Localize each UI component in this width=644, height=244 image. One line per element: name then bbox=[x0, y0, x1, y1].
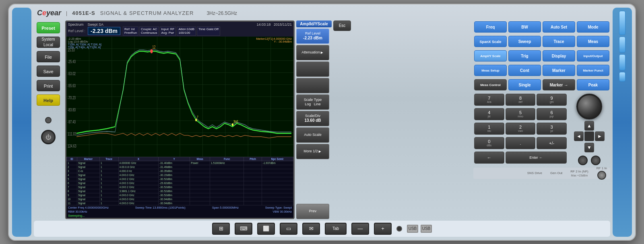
svg-text:7: 7 bbox=[197, 115, 198, 119]
screen-row2-footer: RBW 30.00kHz VBW 30.00kHz bbox=[66, 210, 293, 213]
knob-left[interactable] bbox=[578, 156, 588, 165]
softkey-panel: AmplId/YScale Ref Level -2.23 dBm Attenu… bbox=[296, 21, 332, 219]
key-plusminus[interactable]: +/- bbox=[537, 137, 567, 149]
table-row: 2Signal14.00.0.8 GHz-31.49dBm bbox=[67, 165, 293, 169]
taskbar-tab[interactable]: Tab bbox=[325, 223, 347, 235]
right-handle-strip2 bbox=[619, 37, 625, 53]
markerfunct-button[interactable]: Marker Funct bbox=[577, 65, 609, 76]
datetime-label: 14:03:18 2015/11/21 bbox=[256, 23, 292, 27]
svg-point-31 bbox=[232, 123, 233, 126]
center-freq-label: Center Freq 4.000000000GHz bbox=[68, 206, 109, 209]
taskbar-plus[interactable]: + bbox=[374, 223, 392, 235]
taskbar-screen[interactable]: ⬜ bbox=[257, 223, 275, 235]
save-button[interactable]: Save bbox=[37, 66, 60, 77]
peak-button[interactable]: Peak bbox=[577, 79, 609, 90]
sweep-button[interactable]: Sweep bbox=[508, 36, 541, 47]
svg-text:124.63: 124.63 bbox=[68, 143, 76, 148]
softkey-scale-div[interactable]: Scale/Div 13.60 dB bbox=[296, 111, 329, 126]
arrow-right[interactable]: ► bbox=[595, 131, 605, 141]
key-backspace[interactable]: ← bbox=[474, 152, 504, 164]
keypad-area: 7A/a 8def 9ghi 4jkl 5mno 6pqr 1stu 2vwx … bbox=[473, 93, 610, 166]
taskbar-windows[interactable]: ⊞ bbox=[212, 223, 230, 235]
marker-button[interactable]: Marker bbox=[543, 65, 575, 76]
func-buttons-row1: Freq BW Auto Set Mode bbox=[473, 21, 610, 33]
key-9[interactable]: 9ghi bbox=[537, 94, 567, 106]
right-handle bbox=[613, 8, 632, 237]
key-1[interactable]: 1stu bbox=[474, 123, 504, 135]
key-3[interactable]: 3yz bbox=[537, 123, 567, 135]
prev-button[interactable]: Prev bbox=[296, 204, 329, 219]
svg-text:-53.02: -53.02 bbox=[68, 71, 76, 76]
meas-button[interactable]: Meas bbox=[577, 36, 609, 47]
key-dot[interactable]: . bbox=[506, 137, 536, 149]
system-local-button[interactable]: System Local bbox=[37, 37, 60, 48]
func-buttons-row2: SpanX Scale Sweep Trace Meas bbox=[473, 35, 610, 48]
softkey-auto-scale[interactable]: Auto Scale bbox=[296, 127, 329, 143]
svg-text:-25.43: -25.43 bbox=[68, 59, 76, 64]
marker-table: ID Marker Trace X Y Meas Func Pitch Npc … bbox=[66, 157, 293, 205]
single-button[interactable]: Single bbox=[508, 79, 541, 90]
screen-icon: ⬜ bbox=[263, 226, 269, 232]
svg-text:12: 12 bbox=[153, 44, 156, 49]
knob-right[interactable] bbox=[591, 156, 601, 165]
taskbar-display[interactable]: ▭ bbox=[280, 223, 297, 235]
display-button[interactable]: Display bbox=[543, 50, 575, 62]
file-button[interactable]: File bbox=[37, 51, 60, 62]
arrow-keys: ▲ ◄ ► bbox=[574, 121, 605, 141]
trace-button[interactable]: Trace bbox=[543, 36, 575, 47]
mode-button[interactable]: Mode bbox=[577, 21, 609, 33]
taskbar-email[interactable]: ✉ bbox=[302, 223, 320, 235]
freq-button[interactable]: Freq bbox=[474, 21, 507, 33]
key-2[interactable]: 2vwx bbox=[506, 123, 536, 135]
softkey-attenuation[interactable]: Attenuation ► bbox=[296, 45, 329, 60]
print-button[interactable]: Print bbox=[37, 80, 60, 91]
help-button[interactable]: Help bbox=[37, 94, 60, 106]
key-5[interactable]: 5mno bbox=[506, 108, 536, 120]
softkey-more[interactable]: More 1/2 ► bbox=[296, 144, 329, 159]
key-7[interactable]: 7A/a bbox=[474, 94, 504, 106]
col-x: X bbox=[118, 157, 159, 161]
arrow-left[interactable]: ◄ bbox=[574, 131, 584, 141]
arrow-up[interactable]: ▲ bbox=[584, 121, 594, 131]
mode-label: Spectrum Swept SA bbox=[68, 23, 103, 27]
svg-point-29 bbox=[195, 119, 197, 121]
key-8[interactable]: 8def bbox=[506, 94, 536, 106]
arrow-down[interactable]: ▼ bbox=[584, 143, 594, 152]
small-knobs bbox=[578, 156, 601, 165]
esc-area: Esc bbox=[333, 21, 351, 219]
table-row: 1Signal14.000000 GHz-31.40dBmPower1.5100… bbox=[67, 161, 293, 165]
rbw-label: RBW 30.00kHz bbox=[68, 210, 87, 213]
softkey-ref-level[interactable]: Ref Level -2.23 dBm bbox=[296, 29, 329, 44]
genout-area: Gen Out bbox=[550, 171, 562, 175]
key-enter[interactable]: Enter ← bbox=[506, 152, 567, 164]
left-button-panel: Preset System Local File Save Print Help… bbox=[34, 21, 63, 219]
key-6[interactable]: 6pqr bbox=[537, 108, 567, 120]
screen-header: Spectrum Swept SA 14:03:18 2015/11/21 bbox=[66, 22, 293, 37]
key-0[interactable]: 0dBs bbox=[474, 137, 504, 149]
meascontrol-button[interactable]: Meas Control bbox=[474, 79, 507, 90]
softkey-scale-type[interactable]: Scale Type Log Line bbox=[296, 94, 329, 110]
model-label: 4051E-S bbox=[72, 10, 95, 16]
inputoutput-button[interactable]: Input/Output bbox=[577, 50, 609, 62]
meassetup-button[interactable]: Meas Setup bbox=[474, 65, 507, 76]
taskbar-keyboard[interactable]: ⌨ bbox=[235, 223, 252, 235]
preset-button[interactable]: Preset bbox=[37, 22, 60, 33]
autoset-button[interactable]: Auto Set bbox=[543, 21, 575, 33]
amply-button[interactable]: Ampl/Y Scale bbox=[474, 50, 507, 62]
span-label: Span 5.000000MHz bbox=[212, 206, 239, 209]
trig-button[interactable]: Trig bbox=[508, 50, 541, 62]
col-meas: Meas bbox=[190, 157, 210, 161]
spanx-button[interactable]: SpanX Scale bbox=[474, 36, 507, 47]
jog-dial[interactable] bbox=[576, 94, 602, 119]
power-button[interactable]: ⏻ bbox=[41, 130, 56, 144]
marker-arrow-button[interactable]: Marker → bbox=[543, 79, 575, 90]
cont-button[interactable]: Cont bbox=[508, 65, 541, 76]
sns-area: SNS Drive bbox=[527, 171, 542, 175]
bw-button[interactable]: BW bbox=[508, 21, 541, 33]
led-indicator bbox=[45, 117, 52, 123]
usb-port-1: USB bbox=[407, 225, 418, 233]
esc-button[interactable]: Esc bbox=[333, 21, 351, 31]
key-4[interactable]: 4jkl bbox=[474, 108, 504, 120]
keyboard-icon: ⌨ bbox=[240, 226, 248, 232]
taskbar-minus[interactable]: — bbox=[351, 223, 369, 235]
